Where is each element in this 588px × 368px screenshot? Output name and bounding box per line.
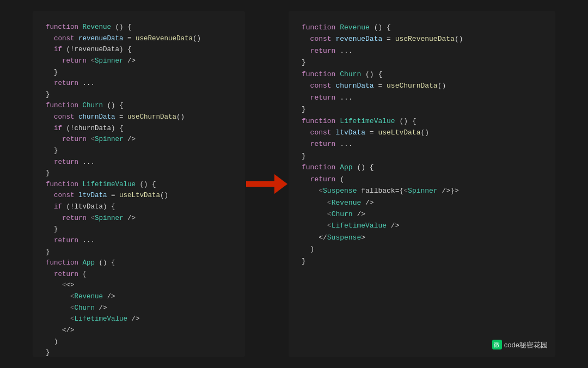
code-line: return ... [302, 92, 542, 103]
code-line: <Suspense fallback={<Spinner />}> [302, 185, 542, 197]
code-line: const revenueData = useRevenueData() [302, 33, 542, 45]
code-line: return ... [302, 45, 542, 57]
main-container: function Revenue () { const revenueData … [0, 0, 588, 368]
code-line: function Revenue () { [46, 22, 232, 33]
code-line: return ( [302, 174, 542, 185]
code-line: return <Spinner /> [46, 213, 232, 224]
code-line: } [46, 247, 232, 258]
code-line: } [46, 67, 232, 78]
right-arrow [246, 174, 287, 194]
code-line: function LifetimeValue () { [302, 115, 542, 127]
code-line: return ... [302, 138, 542, 150]
arrow-body [246, 181, 274, 187]
code-line: const churnData = useChurnData() [302, 80, 542, 91]
left-code-panel: function Revenue () { const revenueData … [33, 11, 245, 357]
code-line: return ( [46, 269, 232, 280]
watermark-text: code秘密花园 [504, 339, 548, 351]
code-line: </> [46, 325, 232, 336]
code-line: ) [46, 336, 232, 348]
wechat-icon: 微 [492, 340, 502, 349]
code-line: const churnData = useChurnData() [46, 112, 232, 123]
code-line: </Suspense> [302, 232, 542, 243]
code-line: } [46, 347, 232, 359]
code-line: if (!churnData) { [46, 123, 232, 134]
code-line: function App () { [302, 162, 542, 173]
arrow-container [245, 174, 289, 194]
code-line: ) [302, 243, 542, 255]
code-line: <LifetimeValue /> [46, 314, 232, 325]
code-line: } [302, 255, 542, 267]
code-line: } [46, 168, 232, 179]
code-line: <Churn /> [46, 303, 232, 314]
code-line: } [302, 57, 542, 68]
code-line: <Revenue /> [46, 291, 232, 303]
code-line: } [46, 224, 232, 235]
code-line: <LifetimeValue /> [302, 220, 542, 231]
code-line: function App () { [46, 257, 232, 269]
code-line: return ... [46, 78, 232, 89]
code-line: return <Spinner /> [46, 56, 232, 67]
code-line: const ltvData = useLtvData() [46, 190, 232, 201]
code-line: if (!revenueData) { [46, 44, 232, 56]
code-line: function Revenue () { [302, 22, 542, 33]
code-line: return ... [46, 157, 232, 168]
code-line: return ... [46, 235, 232, 247]
code-line: } [46, 89, 232, 101]
code-line: if (!ltvData) { [46, 201, 232, 213]
right-code-panel: function Revenue () { const revenueData … [289, 11, 555, 357]
code-line: <Churn /> [302, 208, 542, 220]
code-line: function Churn () { [46, 100, 232, 112]
watermark: 微 code秘密花园 [492, 339, 548, 351]
arrow-head [274, 174, 287, 194]
code-line: } [302, 103, 542, 115]
code-line: } [302, 150, 542, 162]
code-line: <Revenue /> [302, 197, 542, 208]
code-line: <<> [46, 280, 232, 291]
code-line: return <Spinner /> [46, 134, 232, 145]
code-line: const revenueData = useRevenueData() [46, 33, 232, 45]
code-line: function Churn () { [302, 69, 542, 80]
code-line: function LifetimeValue () { [46, 179, 232, 191]
code-line: const ltvData = useLtvData() [302, 127, 542, 138]
code-line: } [46, 145, 232, 157]
